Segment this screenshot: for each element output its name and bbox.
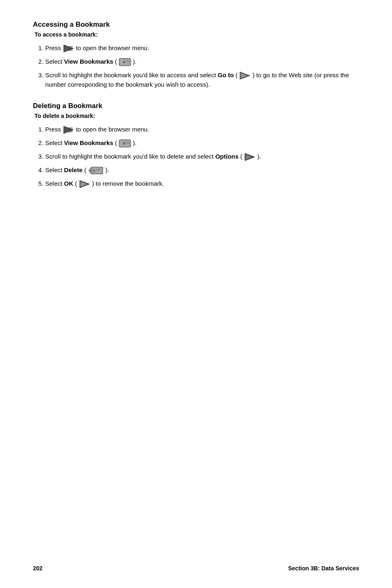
options-icon (244, 152, 256, 161)
svg-rect-13 (69, 131, 73, 132)
svg-text:3: 3 (93, 169, 95, 173)
svg-rect-11 (69, 127, 73, 129)
svg-text:4: 4 (123, 60, 125, 64)
steps-accessing: Press to open the browser menu. Select V… (45, 44, 359, 90)
delete-icon: 3 DEF (88, 166, 104, 175)
step-d2: Select View Bookmarks ( 4 GHI ). (45, 138, 359, 148)
section-accessing: Accessing a Bookmark To access a bookmar… (33, 21, 359, 90)
menu-icon-2 (63, 125, 74, 134)
svg-text:DEF: DEF (97, 168, 101, 171)
svg-rect-1 (69, 46, 73, 47)
step-d4-text-before: Select Delete ( (45, 166, 86, 173)
step-d1-text-before: Press (45, 126, 63, 133)
svg-rect-12 (69, 129, 73, 130)
step-d2-text-end: ). (133, 139, 136, 146)
page-number: 202 (33, 565, 42, 572)
step-d4-text-end: ). (105, 166, 109, 173)
steps-deleting: Press to open the browser menu. Select V… (45, 125, 359, 189)
step-a2-text-end: ). (133, 58, 136, 65)
section-deleting: Deleting a Bookmark To delete a bookmark… (33, 102, 359, 189)
num4-icon: 4 GHI (119, 58, 131, 67)
section-subtitle-deleting: To delete a bookmark: (35, 113, 359, 119)
section-label: Section 3B: Data Services (288, 565, 359, 572)
step-d5: Select OK ( ) to remove the bookmark. (45, 179, 359, 189)
step-d1-text-after: to open the browser menu. (76, 126, 149, 133)
step-d5-text-before: Select OK ( (45, 180, 77, 187)
svg-rect-2 (69, 48, 73, 49)
svg-text:GHI: GHI (126, 141, 130, 144)
section-subtitle-accessing: To access a bookmark: (35, 31, 359, 38)
svg-text:GHI: GHI (126, 60, 130, 62)
step-a3: Scroll to highlight the bookmark you'd l… (45, 71, 359, 90)
page-footer: 202 Section 3B: Data Services (0, 565, 392, 572)
step-d3: Scroll to highlight the bookmark you'd l… (45, 152, 359, 161)
step-d3-text: Scroll to highlight the bookmark you'd l… (45, 153, 242, 160)
step-d2-text-before: Select View Bookmarks ( (45, 139, 117, 146)
menu-icon (63, 44, 74, 53)
svg-text:4: 4 (123, 141, 125, 145)
step-a1-text-after: to open the browser menu. (76, 44, 149, 51)
section-heading-deleting: Deleting a Bookmark (33, 102, 359, 110)
page-content: Accessing a Bookmark To access a bookmar… (0, 0, 392, 234)
step-d1: Press to open the browser menu. (45, 125, 359, 134)
goto-icon (239, 71, 251, 80)
step-a3-text-before: Scroll to highlight the bookmark you'd l… (45, 71, 238, 78)
step-a1-text-before: Press (45, 44, 63, 51)
section-heading-accessing: Accessing a Bookmark (33, 21, 359, 29)
svg-rect-3 (69, 50, 73, 51)
step-a2: Select View Bookmarks ( 4 GHI ). (45, 57, 359, 67)
num4-icon-2: 4 GHI (119, 139, 131, 148)
ok-icon (79, 180, 90, 189)
step-d5-text-end: ) to remove the bookmark. (92, 180, 164, 187)
step-d3-text-end: ). (257, 153, 261, 160)
step-a2-text-before: Select View Bookmarks ( (45, 58, 117, 65)
step-d4: Select Delete ( 3 DEF ). (45, 166, 359, 175)
step-a1: Press to open the browser menu. (45, 44, 359, 53)
